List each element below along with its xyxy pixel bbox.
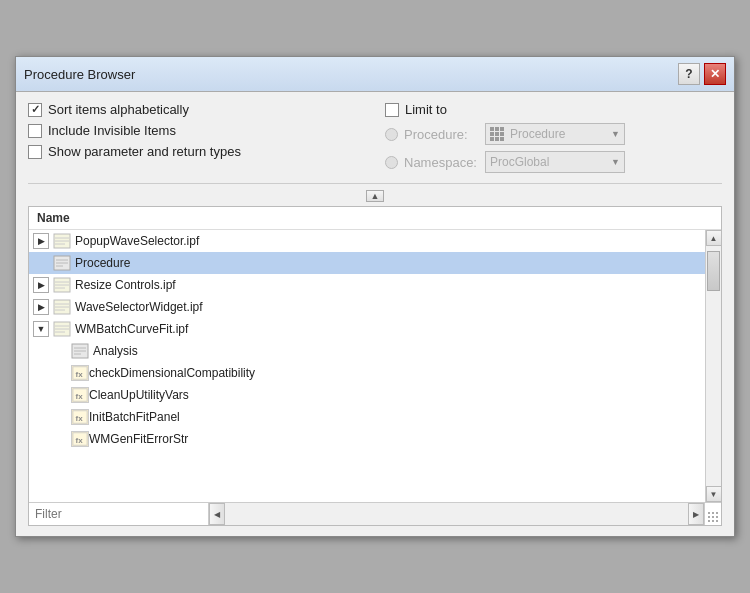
titlebar-buttons: ? ✕: [678, 63, 726, 85]
namespace-radio-row: Namespace: ProcGlobal ▼: [385, 151, 722, 173]
tree-row[interactable]: Procedure: [29, 252, 705, 274]
show-param-return-label: Show parameter and return types: [48, 144, 241, 159]
ipf-icon-resize: [53, 277, 71, 293]
expander-popup[interactable]: ▶: [33, 233, 49, 249]
include-invisible-checkbox[interactable]: [28, 124, 42, 138]
show-param-return-row: Show parameter and return types: [28, 144, 365, 159]
include-invisible-row: Include Invisible Items: [28, 123, 365, 138]
tree-list[interactable]: ▶ PopupWaveSelector.ipf: [29, 230, 705, 502]
collapse-arrow-row: ▲: [28, 190, 722, 202]
procedure-dropdown[interactable]: Procedure ▼: [485, 123, 625, 145]
expander-resize[interactable]: ▶: [33, 277, 49, 293]
tree-row[interactable]: ▶ Resize Controls.ipf: [29, 274, 705, 296]
tree-row-label: PopupWaveSelector.ipf: [75, 234, 199, 248]
procedure-dropdown-arrow: ▼: [611, 129, 620, 139]
tree-row-label: WMGenFitErrorStr: [89, 432, 188, 446]
tree-row-label: Resize Controls.ipf: [75, 278, 176, 292]
func-icon-initbatch: fx: [71, 409, 89, 425]
proc-icon-analysis: [71, 343, 89, 359]
svg-text:fx: fx: [76, 436, 84, 445]
svg-text:fx: fx: [76, 392, 84, 401]
proc-icon-procedure: [53, 255, 71, 271]
vertical-scrollbar[interactable]: ▲ ▼: [705, 230, 721, 502]
tree-row[interactable]: ▼ WMBatchCurveFit.ipf: [29, 318, 705, 340]
options-row: Sort items alphabetically Include Invisi…: [28, 102, 722, 173]
sort-alphabetically-checkbox[interactable]: [28, 103, 42, 117]
namespace-dropdown-arrow: ▼: [611, 157, 620, 167]
tree-row[interactable]: fx WMGenFitErrorStr: [29, 428, 705, 450]
procedure-browser-dialog: Procedure Browser ? ✕ Sort items alphabe…: [15, 56, 735, 537]
tree-body: ▶ PopupWaveSelector.ipf: [29, 230, 721, 502]
tree-row-label: Procedure: [75, 256, 130, 270]
ipf-icon-popup: [53, 233, 71, 249]
namespace-dropdown-value: ProcGlobal: [490, 155, 607, 169]
svg-text:fx: fx: [76, 414, 84, 423]
limit-to-checkbox[interactable]: [385, 103, 399, 117]
limit-to-label: Limit to: [405, 102, 447, 117]
titlebar: Procedure Browser ? ✕: [16, 57, 734, 92]
expander-wmbatch[interactable]: ▼: [33, 321, 49, 337]
namespace-radio-label: Namespace:: [404, 155, 479, 170]
scrollbar-thumb[interactable]: [707, 251, 720, 291]
options-separator: [28, 183, 722, 184]
scrollbar-track-area: [706, 246, 721, 486]
tree-row-label: Analysis: [93, 344, 138, 358]
procedure-radio-label: Procedure:: [404, 127, 479, 142]
func-icon-checkdim: fx: [71, 365, 89, 381]
procedure-radio[interactable]: [385, 128, 398, 141]
options-right: Limit to Procedure: Procedure ▼: [365, 102, 722, 173]
scroll-down-button[interactable]: ▼: [706, 486, 722, 502]
collapse-button[interactable]: ▲: [366, 190, 384, 202]
tree-row[interactable]: ▶ WaveSelectorWidget.ipf: [29, 296, 705, 318]
scroll-up-button[interactable]: ▲: [706, 230, 722, 246]
hscroll-track-area: [225, 503, 688, 525]
procedure-radio-row: Procedure: Procedure ▼: [385, 123, 722, 145]
tree-row[interactable]: Analysis: [29, 340, 705, 362]
tree-row[interactable]: fx checkDimensionalCompatibility: [29, 362, 705, 384]
limit-to-row: Limit to: [385, 102, 722, 117]
bottom-row: ◀ ▶: [29, 502, 721, 525]
ipf-icon-wmbatch: [53, 321, 71, 337]
namespace-radio[interactable]: [385, 156, 398, 169]
tree-row[interactable]: fx InitBatchFitPanel: [29, 406, 705, 428]
close-button[interactable]: ✕: [704, 63, 726, 85]
options-left: Sort items alphabetically Include Invisi…: [28, 102, 365, 173]
dialog-content: Sort items alphabetically Include Invisi…: [16, 92, 734, 536]
namespace-dropdown[interactable]: ProcGlobal ▼: [485, 151, 625, 173]
sort-alphabetically-row: Sort items alphabetically: [28, 102, 365, 117]
func-icon-cleanup: fx: [71, 387, 89, 403]
grip-dots: [708, 512, 719, 523]
tree-section: Name ▶ PopupW: [28, 206, 722, 526]
procedure-dropdown-value: Procedure: [510, 127, 607, 141]
tree-header: Name: [29, 207, 721, 230]
scroll-right-button[interactable]: ▶: [688, 503, 704, 525]
ipf-icon-waveselector: [53, 299, 71, 315]
help-button[interactable]: ?: [678, 63, 700, 85]
horizontal-scrollbar[interactable]: ◀ ▶: [209, 503, 705, 525]
procedure-dropdown-icon: [490, 127, 506, 141]
resize-grip[interactable]: [705, 503, 721, 525]
scroll-left-button[interactable]: ◀: [209, 503, 225, 525]
tree-row-label: WMBatchCurveFit.ipf: [75, 322, 188, 336]
tree-row[interactable]: fx CleanUpUtilityVars: [29, 384, 705, 406]
svg-text:fx: fx: [76, 370, 84, 379]
filter-input[interactable]: [29, 503, 209, 525]
include-invisible-label: Include Invisible Items: [48, 123, 176, 138]
show-param-return-checkbox[interactable]: [28, 145, 42, 159]
tree-row[interactable]: ▶ PopupWaveSelector.ipf: [29, 230, 705, 252]
tree-row-label: WaveSelectorWidget.ipf: [75, 300, 203, 314]
expander-waveselector[interactable]: ▶: [33, 299, 49, 315]
tree-row-label: checkDimensionalCompatibility: [89, 366, 255, 380]
func-icon-wmgen: fx: [71, 431, 89, 447]
dialog-title: Procedure Browser: [24, 67, 135, 82]
tree-row-label: CleanUpUtilityVars: [89, 388, 189, 402]
sort-alphabetically-label: Sort items alphabetically: [48, 102, 189, 117]
tree-row-label: InitBatchFitPanel: [89, 410, 180, 424]
